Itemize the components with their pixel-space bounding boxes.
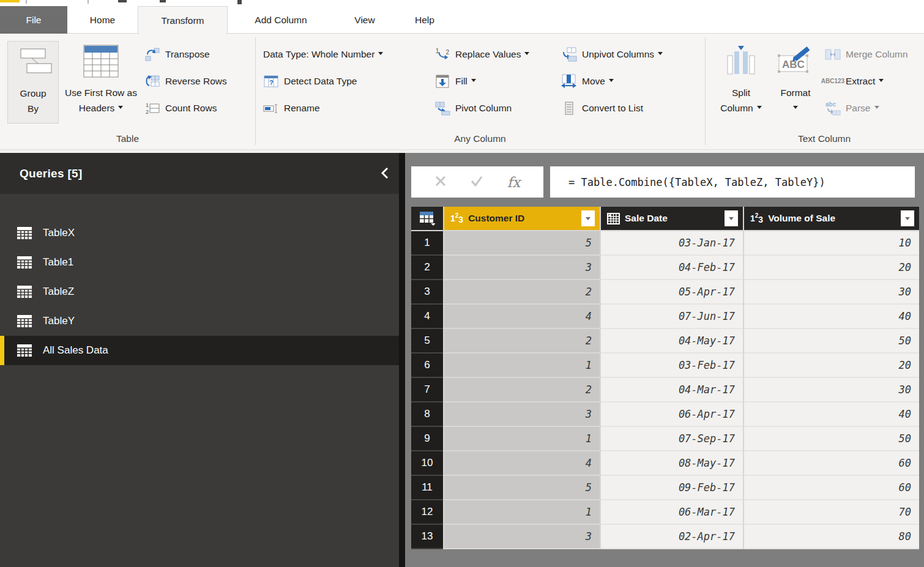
sale-date-cell[interactable]: 02-Apr-17 xyxy=(601,525,743,549)
query-item[interactable]: TableX xyxy=(0,218,399,248)
customer-id-cell[interactable]: 1 xyxy=(444,427,600,451)
row-number-cell[interactable]: 2 xyxy=(411,256,443,280)
reverse-rows-button[interactable]: Reverse Rows xyxy=(144,68,227,95)
sale-date-cell[interactable]: 04-Feb-17 xyxy=(601,256,743,280)
group-by-button[interactable]: Group By xyxy=(7,41,59,124)
query-item[interactable]: Table1 xyxy=(0,248,399,277)
replace-values-button[interactable]: 1 2 Replace Values xyxy=(434,41,529,68)
date-icon xyxy=(607,213,620,224)
volume-cell[interactable]: 30 xyxy=(744,378,919,402)
format-button[interactable]: ABC Format xyxy=(771,41,820,124)
query-item[interactable]: TableZ xyxy=(0,277,399,306)
row-number-cell[interactable]: 1 xyxy=(411,231,443,256)
detect-data-type-button[interactable]: ? Detect Data Type xyxy=(263,68,383,95)
volume-cell[interactable]: 20 xyxy=(744,256,919,280)
customer-id-cell[interactable]: 2 xyxy=(444,280,600,305)
fx-icon[interactable]: fx xyxy=(507,174,520,190)
rename-button[interactable]: Rename xyxy=(263,95,383,122)
tab-home[interactable]: Home xyxy=(67,6,138,34)
tab-add-column[interactable]: Add Column xyxy=(228,6,334,34)
sale-date-cell[interactable]: 07-Sep-17 xyxy=(601,427,743,451)
data-type-button[interactable]: Data Type: Whole Number xyxy=(263,41,383,68)
title-text-fragment xyxy=(118,0,127,2)
select-all-corner[interactable] xyxy=(411,207,443,231)
tab-file[interactable]: File xyxy=(0,6,67,34)
sale-date-cell[interactable]: 04-Mar-17 xyxy=(601,378,743,402)
filter-dropdown-volume-of-sale[interactable] xyxy=(901,210,914,226)
sale-date-cell[interactable]: 03-Jan-17 xyxy=(601,231,743,256)
volume-cell[interactable]: 60 xyxy=(744,476,919,500)
customer-id-cell[interactable]: 4 xyxy=(444,305,600,329)
volume-cell[interactable]: 10 xyxy=(744,231,919,256)
customer-id-cell[interactable]: 3 xyxy=(444,256,600,280)
sale-date-cell[interactable]: 07-Jun-17 xyxy=(601,305,743,329)
commit-formula-icon[interactable] xyxy=(471,176,483,189)
row-number-cell[interactable]: 13 xyxy=(411,525,443,549)
sale-date-cell[interactable]: 04-May-17 xyxy=(601,329,743,354)
customer-id-cell[interactable]: 2 xyxy=(444,378,600,402)
formula-bar-input[interactable]: = Table.Combine({TableX, TableZ, TableY}… xyxy=(550,166,915,198)
row-number-cell[interactable]: 10 xyxy=(411,451,443,476)
customer-id-cell[interactable]: 3 xyxy=(444,525,600,549)
row-number-cell[interactable]: 6 xyxy=(411,354,443,378)
row-number-cell[interactable]: 11 xyxy=(411,476,443,500)
query-item[interactable]: TableY xyxy=(0,306,399,336)
tab-view[interactable]: View xyxy=(334,6,395,34)
parse-button[interactable]: abc Parse xyxy=(825,95,908,122)
sale-date-cell[interactable]: 06-Apr-17 xyxy=(601,402,743,427)
transpose-button[interactable]: Transpose xyxy=(144,41,227,68)
column-header-volume-of-sale[interactable]: 123 Volume of Sale xyxy=(744,207,919,231)
row-number-cell[interactable]: 12 xyxy=(411,500,443,525)
customer-id-cell[interactable]: 1 xyxy=(444,500,600,525)
volume-cell[interactable]: 50 xyxy=(744,329,919,354)
customer-id-cell[interactable]: 5 xyxy=(444,231,600,256)
volume-cell[interactable]: 70 xyxy=(744,500,919,525)
format-icon: ABC xyxy=(777,45,814,80)
customer-id-cell[interactable]: 5 xyxy=(444,476,600,500)
row-number-cell[interactable]: 5 xyxy=(411,329,443,354)
column-name: Volume of Sale xyxy=(768,213,901,224)
convert-to-list-button[interactable]: Convert to List xyxy=(561,95,663,122)
volume-cell[interactable]: 50 xyxy=(744,427,919,451)
volume-cell[interactable]: 20 xyxy=(744,354,919,378)
sale-date-cell[interactable]: 09-Feb-17 xyxy=(601,476,743,500)
sale-date-cell[interactable]: 06-Mar-17 xyxy=(601,500,743,525)
customer-id-cell[interactable]: 1 xyxy=(444,354,600,378)
volume-cell[interactable]: 60 xyxy=(744,451,919,476)
row-number-cell[interactable]: 3 xyxy=(411,280,443,305)
row-number-cell[interactable]: 7 xyxy=(411,378,443,402)
row-number-cell[interactable]: 4 xyxy=(411,305,443,329)
formula-bar-buttons: fx xyxy=(411,166,543,198)
column-header-customer-id[interactable]: 123 Customer ID xyxy=(444,207,600,231)
customer-id-cell[interactable]: 4 xyxy=(444,451,600,476)
pivot-column-button[interactable]: Pivot Column xyxy=(434,95,529,122)
unpivot-columns-button[interactable]: Unpivot Columns xyxy=(561,41,663,68)
split-column-button[interactable]: Split Column xyxy=(714,41,768,124)
row-number-cell[interactable]: 9 xyxy=(411,427,443,451)
volume-cell[interactable]: 30 xyxy=(744,280,919,305)
extract-button[interactable]: ABC 123 Extract xyxy=(825,68,908,95)
sale-date-cell[interactable]: 05-Apr-17 xyxy=(601,280,743,305)
sale-date-cell[interactable]: 08-May-17 xyxy=(601,451,743,476)
fill-button[interactable]: Fill xyxy=(434,68,529,95)
filter-dropdown-customer-id[interactable] xyxy=(581,210,595,226)
tab-transform[interactable]: Transform xyxy=(138,6,228,34)
sale-date-cell[interactable]: 03-Feb-17 xyxy=(601,354,743,378)
collapse-pane-icon[interactable] xyxy=(379,166,390,180)
column-header-sale-date[interactable]: Sale Date xyxy=(601,207,743,231)
customer-id-cell[interactable]: 2 xyxy=(444,329,600,354)
volume-cell[interactable]: 40 xyxy=(744,402,919,427)
use-first-row-button[interactable]: Use First Row as Headers xyxy=(61,41,141,124)
extract-abc-glyph: ABC xyxy=(821,78,835,84)
merge-columns-button[interactable]: Merge Column xyxy=(825,41,908,68)
row-number-cell[interactable]: 8 xyxy=(411,402,443,427)
filter-dropdown-sale-date[interactable] xyxy=(725,210,738,226)
volume-cell[interactable]: 40 xyxy=(744,305,919,329)
count-rows-button[interactable]: 1 2 Count Rows xyxy=(144,95,227,122)
move-button[interactable]: Move xyxy=(561,68,663,95)
volume-cell[interactable]: 80 xyxy=(744,525,919,549)
customer-id-cell[interactable]: 3 xyxy=(444,402,600,427)
tab-help[interactable]: Help xyxy=(395,6,454,34)
query-item[interactable]: All Sales Data xyxy=(0,336,399,365)
cancel-formula-icon[interactable] xyxy=(434,175,447,190)
